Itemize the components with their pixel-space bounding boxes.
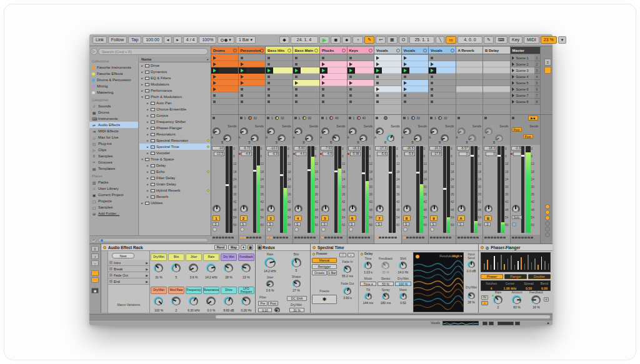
fade-in-knob[interactable] xyxy=(343,265,351,273)
clip-stop-all-icon[interactable] xyxy=(403,117,406,119)
sidebar-item-user-library[interactable]: ⌂User Library xyxy=(89,185,138,192)
clip-slot[interactable] xyxy=(320,67,347,74)
pan-knob[interactable] xyxy=(321,205,329,213)
macro-knob[interactable] xyxy=(206,297,216,306)
automation-arm-button[interactable]: ✎ xyxy=(364,36,374,44)
crossfade-icon[interactable]: ⤫ xyxy=(339,253,346,257)
clip-stop-all-icon[interactable] xyxy=(294,117,297,119)
clip-slot[interactable] xyxy=(348,86,374,92)
device-list-item[interactable]: ▸Auto Pan xyxy=(139,100,211,106)
peak-level-box[interactable]: -6.57 xyxy=(457,146,469,150)
filter-icon[interactable]: + xyxy=(206,57,209,61)
sidebar-item-samples[interactable]: ≡Samples xyxy=(89,153,138,159)
sidebar-item-templates[interactable]: ▤Templates xyxy=(89,165,138,172)
clip-slot[interactable] xyxy=(320,61,347,67)
macro-knob[interactable] xyxy=(241,263,251,273)
sidebar-item-add-folder-[interactable]: ⊞Add Folder... xyxy=(89,210,138,217)
freeze-button[interactable]: ✱ xyxy=(312,295,337,304)
fader-thumb[interactable] xyxy=(389,172,392,174)
clip-preview[interactable] xyxy=(442,321,479,325)
peak-level-box[interactable]: -17.3 xyxy=(375,146,388,150)
track-activator-button[interactable]: 6 xyxy=(349,215,356,221)
volume-value-box[interactable]: -17.8 xyxy=(431,152,442,156)
cpu-menu-button[interactable]: ▾ xyxy=(558,36,567,44)
track-activator-button[interactable]: 2 xyxy=(240,215,248,221)
pan-knob[interactable] xyxy=(240,205,248,213)
scene-row[interactable]: Scene 6 xyxy=(511,86,534,92)
clip-slot[interactable] xyxy=(429,55,456,61)
send-a-knob[interactable] xyxy=(240,127,248,135)
stereo-value-box[interactable]: 53 % xyxy=(378,282,394,286)
device-list-item[interactable]: ▸Spectral Time xyxy=(139,144,211,150)
clip-slot[interactable] xyxy=(211,99,238,105)
tilt-knob[interactable] xyxy=(364,293,372,300)
track-header[interactable]: Vocals xyxy=(374,47,401,54)
track-collapse-icon[interactable] xyxy=(314,49,318,52)
zoom-out-icon[interactable]: － xyxy=(91,260,99,266)
clip-slot[interactable] xyxy=(239,61,266,67)
device-list-item[interactable]: ▸Performance xyxy=(139,87,211,94)
tap-tempo-button[interactable]: Tap xyxy=(128,36,141,44)
chain-play-icon[interactable]: ▶ xyxy=(146,273,148,277)
dc-shift-button[interactable]: DC Shift xyxy=(287,296,307,301)
sidebar-item-grooves[interactable]: ≈Grooves xyxy=(89,159,138,165)
expand-arrow-icon[interactable]: ▸ xyxy=(146,170,149,174)
volume-fader[interactable] xyxy=(471,146,474,233)
clip-slot[interactable] xyxy=(293,92,320,99)
fader-thumb[interactable] xyxy=(443,188,446,190)
filter-mini-knob[interactable] xyxy=(274,307,280,313)
cue-headphones-button[interactable] xyxy=(512,222,516,227)
clip-slot[interactable] xyxy=(348,92,374,99)
clip-slot[interactable] xyxy=(402,67,429,74)
peak-level-box[interactable]: -13.0 xyxy=(266,146,279,150)
clip-stop-all-icon[interactable] xyxy=(321,117,324,119)
peak-level-box[interactable]: -16.5 xyxy=(402,146,415,150)
send-a-knob[interactable] xyxy=(484,127,492,135)
scene-row[interactable]: Scene 8 xyxy=(511,99,534,105)
hot-swap-icon[interactable]: ◉ xyxy=(91,288,99,293)
scene-number[interactable]: 2 xyxy=(534,61,540,67)
clip-slot[interactable] xyxy=(348,67,374,74)
volume-value-box[interactable]: -4.9 xyxy=(322,152,333,156)
track-collapse-icon[interactable] xyxy=(451,49,454,52)
sidebar-item-current-project[interactable]: ▣Current Project xyxy=(89,192,138,198)
volume-fader[interactable] xyxy=(362,146,365,233)
midi-map-button[interactable]: MIDI xyxy=(524,36,539,44)
clip-slot[interactable] xyxy=(429,92,456,99)
sidebar-item-clips[interactable]: ▷Clips xyxy=(89,147,138,153)
scene-play-icon[interactable] xyxy=(512,100,514,104)
solo-button[interactable]: S xyxy=(403,222,409,226)
clip-slot[interactable] xyxy=(211,80,238,86)
pan-knob[interactable] xyxy=(458,205,466,213)
peak-level-box[interactable]: -5.83 xyxy=(294,146,306,150)
send-b-knob[interactable] xyxy=(332,134,340,142)
scene-play-icon[interactable] xyxy=(512,56,514,60)
sidebar-item-packs[interactable]: ▥Packs xyxy=(89,179,138,185)
clip-slot[interactable] xyxy=(348,61,374,67)
nudge-down-button[interactable]: ◂ xyxy=(164,36,172,44)
fader-thumb[interactable] xyxy=(253,170,256,172)
loop-button[interactable]: ▭ xyxy=(446,36,456,44)
clip-slot[interactable] xyxy=(429,67,456,74)
send-a-knob[interactable] xyxy=(212,127,221,135)
send-b-knob[interactable] xyxy=(386,134,394,142)
overdub-status-box[interactable] xyxy=(498,322,514,325)
volume-fader[interactable] xyxy=(334,146,338,233)
clip-slot[interactable] xyxy=(348,74,374,80)
filter-post-button[interactable]: Post xyxy=(268,301,278,306)
sidebar-item-midi-effects[interactable]: ⇉MIDI Effects xyxy=(89,128,138,134)
macro-variation-icon[interactable] xyxy=(91,270,99,276)
track-activator-button[interactable]: 9 xyxy=(430,215,438,221)
device-on-icon[interactable] xyxy=(312,246,316,249)
send-a-knob[interactable] xyxy=(267,127,275,135)
mixer-section-toggle-icon[interactable] xyxy=(545,227,550,232)
sidebar-item-audio-effects[interactable]: ⇌Audio Effects xyxy=(89,122,138,128)
clip-stop-all-icon[interactable] xyxy=(267,117,269,119)
send-a-knob[interactable] xyxy=(376,127,384,135)
clip-slot[interactable] xyxy=(402,99,429,105)
chain-row-intro[interactable]: Intro▶ xyxy=(108,260,149,266)
mixer-section-toggle-icon[interactable] xyxy=(545,221,550,226)
send-a-knob[interactable] xyxy=(349,127,357,135)
scene-play-icon[interactable] xyxy=(512,75,514,79)
key-map-button[interactable]: Key xyxy=(509,36,522,44)
